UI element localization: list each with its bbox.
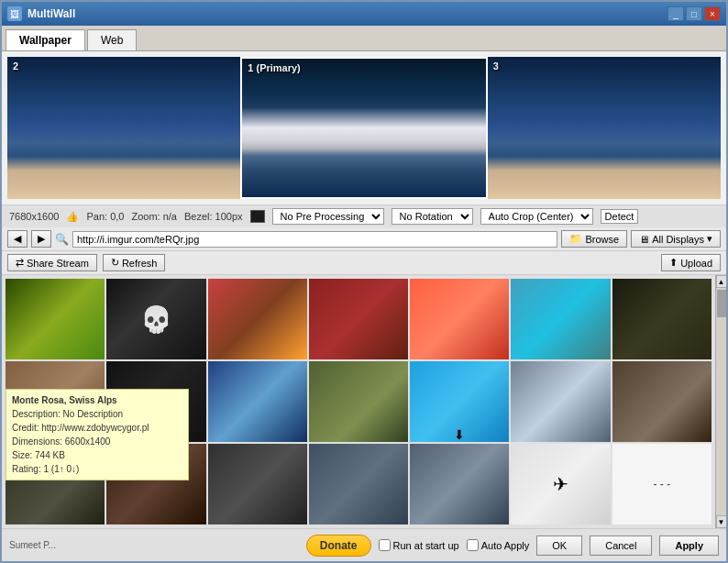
window-title: MultiWall (28, 7, 75, 20)
search-icon: 🔍 (55, 233, 69, 246)
run-at-startup-text: Run at start up (393, 540, 459, 551)
scroll-thumb[interactable] (717, 290, 726, 317)
monitor-3-label: 3 (493, 61, 499, 72)
list-item[interactable] (208, 279, 307, 359)
zoom-text: Zoom: n/a (131, 211, 177, 222)
preview-area: 2 1 (Primary) 3 (7, 57, 721, 199)
list-item[interactable] (6, 279, 105, 359)
all-displays-label: All Displays (652, 234, 704, 245)
monitor-1-label: 1 (Primary) (248, 62, 300, 73)
list-item[interactable] (309, 444, 408, 524)
run-at-startup-checkbox[interactable] (379, 539, 391, 551)
back-button[interactable]: ◀ (7, 230, 28, 248)
upload-icon: ⬆ (669, 257, 678, 269)
rotation-select[interactable]: No Rotation (392, 208, 473, 225)
preprocessing-select[interactable]: No Pre Processing (272, 208, 384, 225)
bottom-bar: Sumeet P... Donate Run at start up Auto … (2, 528, 726, 561)
title-bar: 🖼 MultiWall _ □ × (2, 2, 726, 26)
bezel-text: Bezel: 100px (184, 211, 243, 222)
resolution-text: 7680x1600 (9, 211, 59, 222)
refresh-button[interactable]: ↻ Refresh (103, 254, 166, 271)
monitor-1-primary[interactable]: 1 (Primary) (240, 57, 487, 199)
list-item[interactable]: 💀 (106, 279, 205, 359)
browse-button[interactable]: 📁 Browse (561, 230, 627, 248)
ok-button[interactable]: OK (536, 535, 582, 556)
list-item[interactable] (612, 361, 711, 442)
like-icon: 👍 (66, 211, 79, 223)
list-item[interactable]: ✈ (511, 444, 610, 524)
refresh-label: Refresh (122, 258, 158, 269)
tooltip-rating: Rating: 1 (1↑ 0↓) (12, 462, 182, 476)
url-input[interactable] (72, 231, 557, 248)
tab-web[interactable]: Web (87, 29, 137, 50)
pan-text: Pan: 0,0 (86, 211, 124, 222)
tooltip-credit: Credit: http://www.zdobywcygor.pl (12, 421, 182, 435)
share-stream-label: Share Stream (27, 258, 89, 269)
minimize-button[interactable]: _ (667, 6, 684, 21)
upload-label: Upload (680, 258, 712, 269)
list-item[interactable] (612, 279, 711, 359)
action-bar: ⇄ Share Stream ↻ Refresh ⬆ Upload (2, 251, 726, 275)
content-area: 2 1 (Primary) 3 7680x1600 👍 Pan: 0,0 Zoo… (2, 51, 726, 561)
tooltip: Monte Rosa, Swiss Alps Description: No D… (6, 389, 189, 480)
list-item[interactable] (208, 361, 307, 442)
donate-button[interactable]: Donate (306, 535, 371, 557)
list-item[interactable] (410, 444, 509, 524)
url-bar: ◀ ▶ 🔍 📁 Browse 🖥 All Displays ▾ (2, 227, 726, 251)
tab-bar: Wallpaper Web (2, 26, 726, 51)
scroll-up-button[interactable]: ▲ (716, 275, 727, 288)
color-swatch[interactable] (250, 210, 265, 223)
list-item[interactable] (511, 361, 610, 442)
list-item[interactable]: ⬇ (410, 361, 509, 442)
browse-icon: 📁 (569, 233, 582, 245)
list-item[interactable] (309, 279, 408, 359)
browse-label: Browse (585, 234, 619, 245)
title-bar-left: 🖼 MultiWall (7, 6, 75, 21)
chevron-down-icon: ▾ (707, 233, 712, 245)
auto-apply-checkbox[interactable] (467, 539, 479, 551)
share-stream-button[interactable]: ⇄ Share Stream (7, 254, 97, 271)
monitor-2[interactable]: 2 (7, 57, 240, 199)
auto-apply-text: Auto Apply (481, 540, 530, 551)
apply-button[interactable]: Apply (659, 535, 719, 556)
upload-button[interactable]: ⬆ Upload (661, 254, 721, 271)
main-window: 🖼 MultiWall _ □ × Wallpaper Web 2 1 (Pri… (0, 0, 728, 563)
run-at-startup-label[interactable]: Run at start up (379, 539, 459, 551)
list-item[interactable] (410, 279, 509, 359)
refresh-icon: ↻ (111, 257, 119, 269)
maximize-button[interactable]: □ (686, 6, 702, 21)
scrollbar[interactable]: ▲ ▼ (715, 275, 726, 528)
monitor-icon: 🖥 (639, 234, 649, 245)
list-item[interactable] (208, 444, 307, 524)
scroll-down-button[interactable]: ▼ (716, 515, 727, 528)
list-item[interactable] (309, 361, 408, 442)
share-icon: ⇄ (16, 257, 24, 269)
monitor-3[interactable]: 3 (488, 57, 721, 199)
list-item[interactable] (511, 279, 610, 359)
info-bar: 7680x1600 👍 Pan: 0,0 Zoom: n/a Bezel: 10… (2, 204, 726, 227)
tooltip-size: Size: 744 KB (12, 448, 182, 462)
autocrop-select[interactable]: Auto Crop (Center) (480, 208, 593, 225)
grid-wrapper: 💀 ⬇ (2, 275, 726, 528)
all-displays-button[interactable]: 🖥 All Displays ▾ (631, 230, 721, 248)
auto-apply-label[interactable]: Auto Apply (467, 539, 530, 551)
detect-button[interactable]: Detect (601, 209, 639, 224)
list-item[interactable]: - - - (612, 444, 711, 524)
cancel-button[interactable]: Cancel (590, 535, 652, 556)
action-left: ⇄ Share Stream ↻ Refresh (7, 254, 165, 271)
status-text: Sumeet P... (9, 540, 299, 550)
tooltip-title: Monte Rosa, Swiss Alps (12, 393, 182, 407)
tooltip-dimensions: Dimensions: 6600x1400 (12, 435, 182, 448)
forward-button[interactable]: ▶ (31, 230, 51, 248)
tooltip-description: Description: No Description (12, 407, 182, 421)
app-icon: 🖼 (7, 6, 22, 21)
window-controls: _ □ × (667, 6, 721, 21)
close-button[interactable]: × (704, 6, 721, 21)
tab-wallpaper[interactable]: Wallpaper (6, 29, 85, 50)
monitor-2-label: 2 (13, 61, 18, 72)
